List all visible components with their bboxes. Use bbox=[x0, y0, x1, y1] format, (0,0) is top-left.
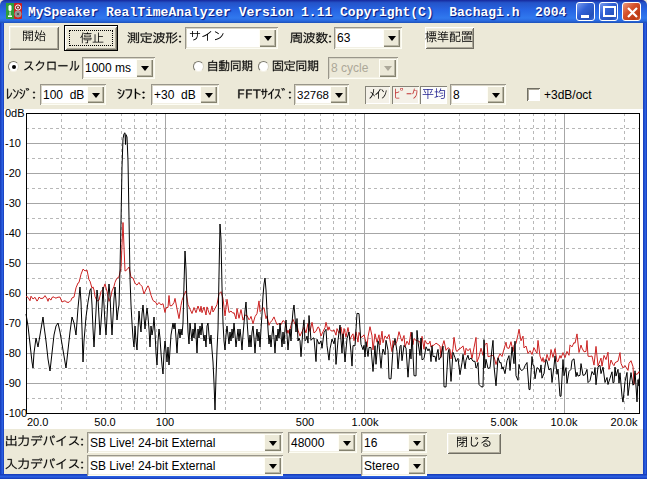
svg-text:5.00k: 5.00k bbox=[491, 416, 518, 428]
svg-text:-100: -100 bbox=[5, 407, 27, 419]
svg-text:-10: -10 bbox=[5, 137, 21, 149]
svg-text:-30: -30 bbox=[5, 197, 21, 209]
svg-text:-80: -80 bbox=[5, 347, 21, 359]
svg-text:-70: -70 bbox=[5, 317, 21, 329]
svg-text:20.0k: 20.0k bbox=[611, 416, 638, 428]
svg-text:-90: -90 bbox=[5, 377, 21, 389]
svg-text:500: 500 bbox=[296, 416, 314, 428]
svg-text:-60: -60 bbox=[5, 287, 21, 299]
svg-text:50.0: 50.0 bbox=[94, 416, 115, 428]
svg-text:-50: -50 bbox=[5, 257, 21, 269]
svg-text:10.0k: 10.0k bbox=[551, 416, 578, 428]
svg-text:0dB: 0dB bbox=[5, 109, 25, 119]
svg-text:100: 100 bbox=[156, 416, 174, 428]
svg-text:-40: -40 bbox=[5, 227, 21, 239]
svg-text:1.00k: 1.00k bbox=[352, 416, 379, 428]
svg-text:-20: -20 bbox=[5, 167, 21, 179]
svg-text:20.0: 20.0 bbox=[27, 416, 48, 428]
